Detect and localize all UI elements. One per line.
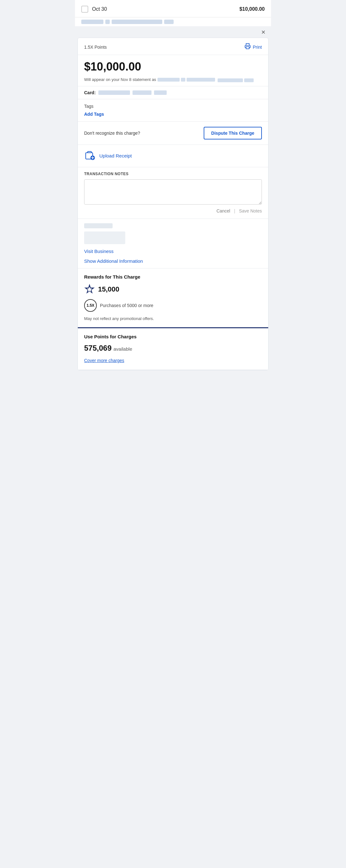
redacted-block-3 (112, 20, 162, 24)
print-button[interactable]: Print (245, 43, 262, 51)
transaction-date: Oct 30 (92, 6, 107, 12)
amount-section: $10,000.00 Will appear on your Nov 8 sta… (78, 55, 268, 86)
available-label: available (114, 346, 132, 352)
print-icon (245, 43, 251, 51)
available-points-number: 575,069 (84, 344, 112, 352)
statement-prefix: Will appear on your Nov 8 statement as (84, 76, 156, 83)
redacted-block-2 (105, 20, 110, 24)
card-redact-3 (154, 90, 167, 95)
statement-text: Will appear on your Nov 8 statement as (84, 76, 262, 83)
star-badge-icon (84, 284, 95, 295)
redacted-info-bar (75, 18, 271, 26)
rewards-title: Rewards for This Charge (84, 274, 262, 280)
close-button[interactable]: × (261, 29, 265, 36)
cover-more-charges-link[interactable]: Cover more charges (84, 358, 124, 363)
notes-actions: Cancel | Save Notes (84, 208, 262, 213)
biz-redact-name (84, 223, 113, 228)
points-label: 1.5X Points (84, 44, 107, 50)
cancel-button[interactable]: Cancel (216, 208, 230, 213)
transaction-header: Oct 30 $10,000.00 (75, 0, 271, 18)
print-label: Print (253, 44, 262, 50)
upload-label[interactable]: Upload Receipt (99, 153, 132, 158)
bottom-spacer (75, 370, 271, 383)
notes-section: TRANSACTION NOTES Cancel | Save Notes (78, 167, 268, 219)
header-left: Oct 30 (81, 6, 107, 13)
biz-redact-image (84, 231, 125, 244)
statement-redact-5 (244, 79, 254, 82)
rewards-points-row: 15,000 (84, 284, 262, 295)
main-container: Oct 30 $10,000.00 × 1.5X Points (75, 0, 271, 868)
visit-business-button[interactable]: Visit Business (84, 249, 114, 254)
use-points-title: Use Points for Charges (84, 334, 262, 339)
statement-redact-1 (158, 78, 180, 82)
main-amount: $10,000.00 (84, 60, 262, 73)
close-row: × (75, 26, 271, 38)
upload-section[interactable]: Upload Receipt (78, 145, 268, 167)
tags-title: Tags (84, 104, 262, 109)
redacted-block-4 (164, 20, 174, 24)
card-redact-1 (98, 90, 130, 95)
rewards-section: Rewards for This Charge 15,000 1.5X Purc… (78, 269, 268, 328)
dispute-section: Don't recognize this charge? Dispute Thi… (78, 122, 268, 145)
statement-redact-2 (181, 78, 185, 82)
card-row: Card: (78, 86, 268, 99)
svg-marker-3 (87, 286, 92, 291)
select-checkbox[interactable] (81, 6, 88, 13)
available-points-row: 575,069 available (84, 344, 262, 352)
statement-redact-3 (187, 78, 215, 82)
multiplier-row: 1.5X Purchases of 5000 or more (84, 299, 262, 312)
detail-panel: 1.5X Points Print $10,000.00 Will appear… (77, 38, 269, 370)
redacted-block-1 (81, 20, 103, 24)
purchases-text: Purchases of 5000 or more (100, 303, 153, 308)
notes-divider: | (234, 208, 235, 213)
add-tags-button[interactable]: Add Tags (84, 112, 104, 117)
multiplier-badge: 1.5X (84, 299, 97, 312)
transaction-amount: $10,000.00 (240, 6, 265, 12)
card-redact-2 (132, 90, 152, 95)
rewards-note: May not reflect any promotional offers. (84, 316, 262, 321)
business-section: Visit Business Show Additional Informati… (78, 219, 268, 269)
tags-section: Tags Add Tags (78, 99, 268, 122)
notes-textarea[interactable] (84, 179, 262, 205)
dispute-question: Don't recognize this charge? (84, 131, 140, 136)
upload-icon (84, 150, 96, 162)
use-points-section: Use Points for Charges 575,069 available… (78, 328, 268, 370)
notes-title: TRANSACTION NOTES (84, 172, 262, 176)
show-additional-button[interactable]: Show Additional Information (84, 258, 143, 264)
statement-redact-4 (218, 79, 243, 82)
svg-rect-0 (246, 47, 249, 49)
dispute-button[interactable]: Dispute This Charge (204, 127, 262, 140)
panel-header: 1.5X Points Print (78, 38, 268, 55)
card-label: Card: (84, 90, 96, 95)
rewards-points-value: 15,000 (98, 285, 119, 293)
save-notes-button[interactable]: Save Notes (239, 208, 262, 213)
